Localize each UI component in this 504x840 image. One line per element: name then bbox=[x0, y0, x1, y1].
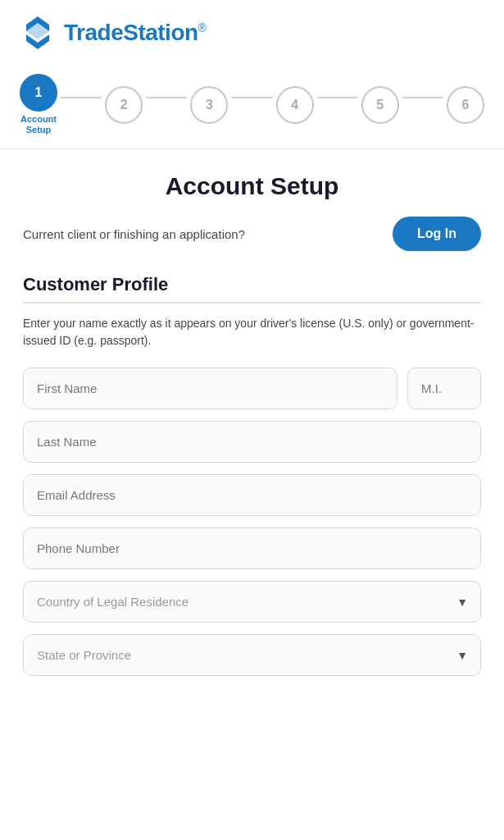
step-3-circle: 3 bbox=[190, 86, 228, 124]
country-wrapper: Country of Legal Residence ▼ bbox=[23, 581, 481, 623]
page-title: Account Setup bbox=[23, 172, 481, 200]
step-connector-2-3 bbox=[146, 97, 187, 98]
step-2[interactable]: 2 bbox=[105, 86, 143, 124]
step-1-label: AccountSetup bbox=[20, 114, 57, 135]
step-connector-1-2 bbox=[61, 97, 102, 98]
login-row: Current client or finishing an applicati… bbox=[23, 217, 481, 251]
name-row bbox=[23, 368, 481, 409]
step-5[interactable]: 5 bbox=[361, 86, 399, 124]
first-name-input[interactable] bbox=[23, 368, 397, 409]
email-group bbox=[23, 474, 481, 516]
email-input[interactable] bbox=[23, 474, 481, 516]
main-content: Account Setup Current client or finishin… bbox=[0, 149, 504, 720]
brand-name: TradeStation® bbox=[64, 20, 206, 46]
login-prompt-text: Current client or finishing an applicati… bbox=[23, 227, 245, 241]
step-4[interactable]: 4 bbox=[276, 86, 314, 124]
step-2-circle: 2 bbox=[105, 86, 143, 124]
tradestation-logo-icon bbox=[20, 16, 56, 49]
middle-initial-input[interactable] bbox=[407, 368, 481, 409]
step-connector-5-6 bbox=[402, 97, 443, 98]
progress-steps: 1 AccountSetup 2 3 4 5 6 bbox=[0, 62, 504, 149]
header: TradeStation® bbox=[0, 0, 504, 62]
section-description: Enter your name exactly as it appears on… bbox=[23, 315, 481, 349]
logo: TradeStation® bbox=[20, 16, 484, 49]
login-button[interactable]: Log In bbox=[393, 217, 481, 251]
step-3[interactable]: 3 bbox=[190, 86, 228, 124]
phone-input[interactable] bbox=[23, 527, 481, 569]
customer-profile-title: Customer Profile bbox=[23, 274, 481, 295]
step-6[interactable]: 6 bbox=[447, 86, 484, 124]
step-connector-3-4 bbox=[231, 97, 272, 98]
step-4-circle: 4 bbox=[276, 86, 314, 124]
step-1-circle: 1 bbox=[20, 74, 57, 112]
step-5-circle: 5 bbox=[361, 86, 399, 124]
last-name-group bbox=[23, 421, 481, 463]
section-divider bbox=[23, 302, 481, 304]
step-6-circle: 6 bbox=[447, 86, 484, 124]
state-select[interactable]: State or Province bbox=[23, 634, 481, 676]
state-wrapper: State or Province ▼ bbox=[23, 634, 481, 676]
phone-group bbox=[23, 527, 481, 569]
step-connector-4-5 bbox=[317, 97, 358, 98]
last-name-input[interactable] bbox=[23, 421, 481, 463]
step-1[interactable]: 1 AccountSetup bbox=[20, 74, 57, 135]
country-select[interactable]: Country of Legal Residence bbox=[23, 581, 481, 623]
